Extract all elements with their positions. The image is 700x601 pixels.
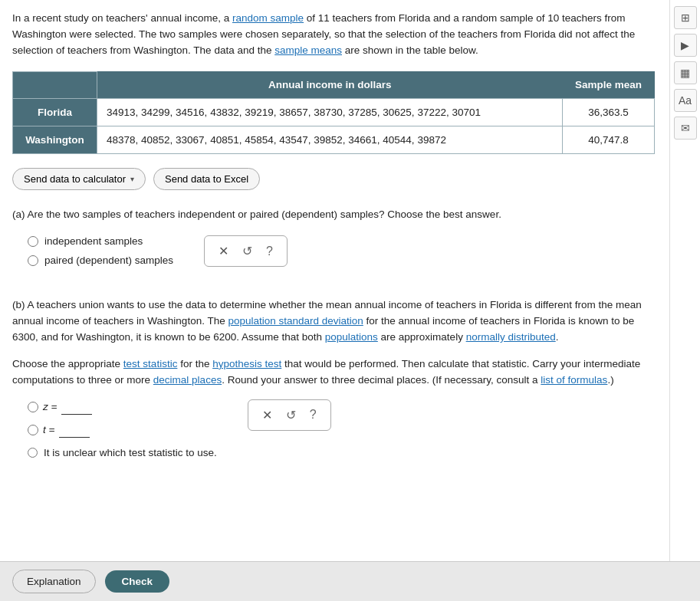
col-header-mean: Sample mean (563, 71, 655, 99)
decimal-places-link[interactable]: decimal places (153, 374, 222, 386)
section-a-option1: independent samples (28, 235, 173, 247)
section-a-options: independent samples paired (dependent) s… (12, 235, 173, 278)
check-label: Check (122, 576, 153, 587)
data-export-row: Send data to calculator ▾ Send data to E… (12, 168, 655, 190)
intro-text-3: are shown in the table below. (342, 44, 478, 56)
send-to-calculator-button[interactable]: Send data to calculator ▾ (12, 168, 146, 190)
z-label: z = (43, 401, 57, 412)
section-b-text9: .) (607, 374, 613, 386)
play-icon[interactable]: ▶ (674, 34, 697, 57)
section-b-text4: . (556, 331, 559, 343)
unclear-radio[interactable] (28, 448, 38, 458)
question-icon-b[interactable]: ? (310, 408, 317, 422)
unclear-label: It is unclear which test statistic to us… (44, 447, 217, 458)
section-b-label: (b) (12, 299, 25, 310)
section-a: (a) Are the two samples of teachers inde… (12, 207, 655, 279)
independent-samples-radio[interactable] (28, 236, 38, 247)
x-icon: ✕ (219, 244, 228, 258)
intro-paragraph: In a recent study on teachers' annual in… (12, 11, 655, 59)
sample-means-link[interactable]: sample means (274, 44, 342, 56)
test-statistic-link[interactable]: test statistic (123, 358, 178, 369)
excel-btn-label: Send data to Excel (165, 173, 248, 185)
bottom-bar: Explanation Check (0, 561, 700, 601)
undo-icon[interactable]: ↺ (242, 244, 252, 258)
florida-mean: 36,363.5 (563, 99, 655, 126)
paired-samples-label: paired (dependent) samples (44, 255, 173, 266)
check-button[interactable]: Check (105, 570, 170, 593)
section-b-paragraph1: (b) A teachers union wants to use the da… (12, 297, 655, 346)
stat-options: z = t = (28, 399, 217, 438)
t-label: t = (43, 424, 54, 435)
washington-data: 48378, 40852, 33067, 40851, 45854, 43547… (97, 126, 563, 154)
section-b-options: z = t = It is unclear which test statist… (12, 399, 217, 458)
populations-link[interactable]: populations (325, 331, 378, 343)
section-a-radio-group: independent samples paired (dependent) s… (28, 235, 173, 266)
mail-icon[interactable]: ✉ (674, 117, 697, 140)
explanation-label: Explanation (27, 576, 81, 587)
t-input[interactable] (59, 422, 90, 438)
section-b-answer-box: ✕ ↺ ? (248, 399, 331, 431)
section-b-answer-box-col: ✕ ↺ ? (232, 399, 331, 443)
calculator-btn-label: Send data to calculator (24, 173, 126, 185)
list-of-formulas-link[interactable]: list of formulas (541, 374, 607, 386)
section-a-option2: paired (dependent) samples (28, 255, 173, 266)
right-sidebar: ⊞ ▶ ▦ Aa ✉ (669, 0, 700, 601)
x-icon-b: ✕ (262, 408, 272, 422)
paired-samples-radio[interactable] (28, 255, 38, 266)
random-sample-link[interactable]: random sample (232, 12, 304, 24)
section-a-question: (a) Are the two samples of teachers inde… (12, 207, 655, 223)
send-to-excel-button[interactable]: Send data to Excel (153, 168, 260, 190)
section-b: (b) A teachers union wants to use the da… (12, 297, 655, 458)
hypothesis-test-link[interactable]: hypothesis test (212, 358, 281, 369)
normally-distributed-link[interactable]: normally distributed (466, 331, 556, 343)
section-a-answer-row: independent samples paired (dependent) s… (12, 235, 655, 279)
t-statistic-radio[interactable] (28, 425, 38, 435)
intro-text-1: In a recent study on teachers' annual in… (12, 12, 232, 24)
section-b-answer-row: z = t = It is unclear which test statist… (12, 399, 655, 458)
question-icon[interactable]: ? (266, 245, 273, 258)
population-std-dev-link[interactable]: population standard deviation (228, 315, 363, 327)
florida-data: 34913, 34299, 34516, 43832, 39219, 38657… (97, 99, 563, 126)
income-table: Annual income in dollars Sample mean Flo… (12, 71, 655, 155)
section-a-answer-box-col: ✕ ↺ ? (189, 235, 288, 279)
font-icon[interactable]: Aa (674, 89, 697, 112)
florida-label: Florida (13, 99, 97, 126)
section-b-text6: for the (177, 358, 212, 369)
section-b-text5: Choose the appropriate (12, 358, 123, 369)
dropdown-arrow-icon: ▾ (130, 175, 134, 183)
washington-label: Washington (13, 126, 97, 154)
z-option-row: z = (28, 399, 217, 415)
z-statistic-radio[interactable] (28, 402, 38, 412)
unclear-option: It is unclear which test statistic to us… (28, 447, 217, 458)
section-b-text3: are approximately (378, 331, 466, 343)
explanation-button[interactable]: Explanation (12, 570, 96, 593)
washington-mean: 40,747.8 (563, 126, 655, 154)
section-b-paragraph2: Choose the appropriate test statistic fo… (12, 356, 655, 389)
undo-icon-b[interactable]: ↺ (286, 408, 296, 422)
section-a-answer-box: ✕ ↺ ? (204, 235, 288, 267)
main-content: In a recent study on teachers' annual in… (0, 0, 667, 520)
z-input[interactable] (61, 399, 92, 415)
independent-samples-label: independent samples (44, 235, 143, 247)
section-b-text8: . Round your answer to three decimal pla… (222, 374, 541, 386)
col-header-income: Annual income in dollars (97, 71, 563, 99)
t-option-row: t = (28, 422, 217, 438)
grid-icon[interactable]: ⊞ (674, 6, 697, 29)
table-icon[interactable]: ▦ (674, 61, 697, 84)
